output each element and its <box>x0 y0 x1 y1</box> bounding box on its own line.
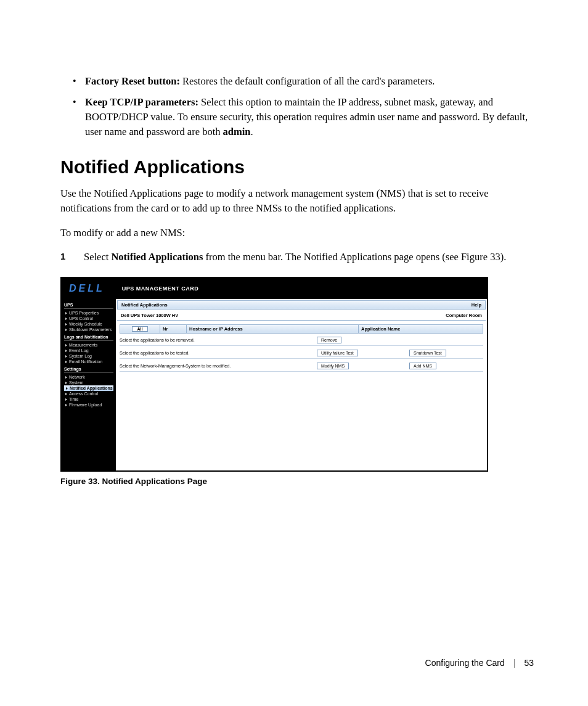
row-label: Select the applications to be removed. <box>120 337 317 343</box>
chevron-right-icon <box>65 312 67 314</box>
modify-nms-button[interactable]: Modify NMS <box>317 363 349 369</box>
sidebar-cat-ups: UPS <box>64 303 113 309</box>
help-link[interactable]: Help <box>472 302 481 308</box>
device-name: Dell UPS Tower 1000W HV <box>121 313 178 318</box>
sidebar-item-system-log[interactable]: System Log <box>64 353 113 359</box>
step-pre: Select <box>84 251 111 263</box>
footer-page-number: 53 <box>524 658 534 668</box>
col-hostname: Hostname or IP Address <box>187 325 359 333</box>
step-bold: Notified Applications <box>111 251 203 263</box>
sidebar-item-measurements[interactable]: Measurements <box>64 342 113 348</box>
device-room: Computer Room <box>446 313 482 318</box>
chevron-right-icon <box>65 355 67 358</box>
intro-paragraph-2: To modify or add a new NMS: <box>60 226 534 240</box>
bullet-label: Factory Reset button: <box>85 75 180 87</box>
app-title: UPS MANAGEMENT CARD <box>122 285 199 292</box>
sidebar-item-ups-control[interactable]: UPS Control <box>64 316 113 321</box>
step-post: from the menu bar. The Notified Applicat… <box>203 251 506 263</box>
sidebar-item-weekly-schedule[interactable]: Weekly Schedule <box>64 321 113 327</box>
intro-paragraph-1: Use the Notified Applications page to mo… <box>60 186 534 216</box>
chevron-right-icon <box>65 350 67 352</box>
page-title: Notified Applications <box>121 302 168 308</box>
chevron-right-icon <box>65 323 67 326</box>
bullet-factory-reset: Factory Reset button: Restores the defau… <box>85 74 534 89</box>
sidebar-item-shutdown-parameters[interactable]: Shutdown Parameters <box>64 327 113 332</box>
sidebar-cat-settings: Settings <box>64 367 113 373</box>
sidebar-item-time[interactable]: Time <box>64 396 113 402</box>
sidebar-item-notified-applications[interactable]: Notified Applications <box>64 385 113 391</box>
app-header: DELL UPS MANAGEMENT CARD <box>62 278 487 299</box>
bullet-text: Restores the default configuration of al… <box>180 75 435 87</box>
page-footer: Configuring the Card | 53 <box>425 658 534 668</box>
bullet-label: Keep TCP/IP parameters: <box>85 96 198 108</box>
chevron-right-icon <box>65 361 67 363</box>
figure-caption: Figure 33. Notified Applications Page <box>60 477 534 486</box>
sidebar-item-ups-properties[interactable]: UPS Properties <box>64 310 113 316</box>
add-nms-button[interactable]: Add NMS <box>409 363 436 369</box>
footer-separator: | <box>513 658 516 668</box>
sidebar-item-system[interactable]: System <box>64 380 113 385</box>
shutdown-test-button[interactable]: Shutdown Test <box>409 350 446 356</box>
device-bar: Dell UPS Tower 1000W HV Computer Room <box>117 311 486 321</box>
footer-section: Configuring the Card <box>425 658 505 668</box>
action-row-test: Select the applications to be tested. Ut… <box>120 350 483 359</box>
chevron-right-icon <box>65 376 67 379</box>
dell-logo: DELL <box>69 283 105 294</box>
chevron-right-icon <box>65 344 67 347</box>
row-label: Select the applications to be tested. <box>120 350 317 356</box>
section-heading: Notified Applications <box>60 157 534 178</box>
bullet-tail-after: . <box>251 126 253 138</box>
sidebar-cat-logs: Logs and Notification <box>64 335 113 341</box>
step-1: 1 Select Notified Applications from the … <box>60 250 534 265</box>
bullet-tail-bold: admin <box>223 126 251 138</box>
action-row-remove: Select the applications to be removed. R… <box>120 337 483 346</box>
col-appname: Application Name <box>359 325 483 333</box>
sidebar-item-firmware-upload[interactable]: Firmware Upload <box>64 402 113 408</box>
content-panel: Notified Applications Help Dell UPS Towe… <box>116 299 487 470</box>
step-number: 1 <box>60 250 84 265</box>
remove-button[interactable]: Remove <box>317 337 341 343</box>
content-titlebar: Notified Applications Help <box>117 300 486 310</box>
sidebar-item-event-log[interactable]: Event Log <box>64 348 113 353</box>
chevron-right-icon <box>65 382 67 384</box>
col-nr: Nr <box>160 325 187 333</box>
utility-failure-test-button[interactable]: Utility failure Test <box>317 350 358 356</box>
action-row-nms: Select the Network-Management-System to … <box>120 363 483 372</box>
sidebar-item-network[interactable]: Network <box>64 374 113 380</box>
row-label: Select the Network-Management-System to … <box>120 363 317 369</box>
sidebar-item-access-control[interactable]: Access Control <box>64 391 113 396</box>
sidebar-item-email-notification[interactable]: Email Notification <box>64 359 113 364</box>
all-button[interactable]: All <box>132 326 149 332</box>
chevron-right-icon <box>66 387 68 390</box>
bullet-keep-tcpip: Keep TCP/IP parameters: Select this opti… <box>85 95 534 139</box>
chevron-right-icon <box>65 329 67 331</box>
chevron-right-icon <box>65 398 67 401</box>
figure-33-screenshot: DELL UPS MANAGEMENT CARD UPS UPS Propert… <box>60 277 488 472</box>
chevron-right-icon <box>65 404 67 406</box>
chevron-right-icon <box>65 318 67 320</box>
sidebar: UPS UPS Properties UPS Control Weekly Sc… <box>62 299 116 470</box>
table-header: All Nr Hostname or IP Address Applicatio… <box>120 324 483 334</box>
chevron-right-icon <box>65 393 67 395</box>
